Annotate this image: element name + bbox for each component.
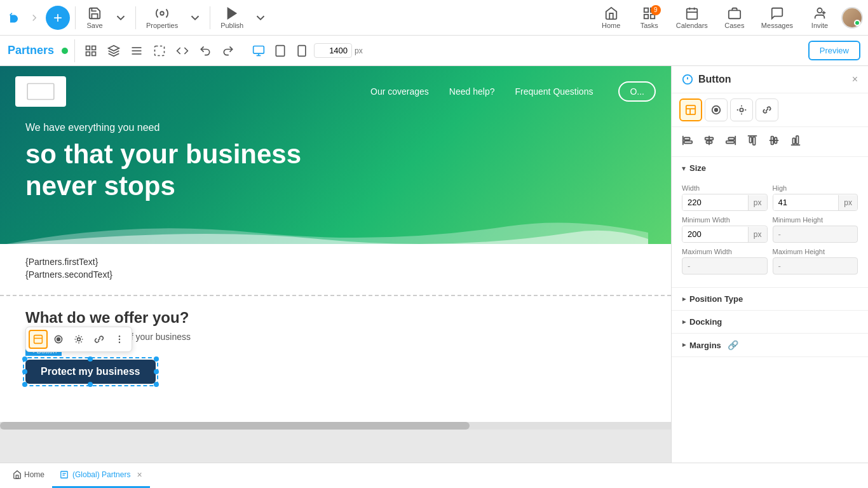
handle-br[interactable]	[154, 382, 159, 387]
svg-rect-30	[27, 84, 54, 100]
height-field[interactable]: 41	[773, 194, 839, 210]
alignment-row	[672, 127, 868, 157]
canvas-inner: Our coverages Need help? Frequent Questi…	[0, 66, 671, 422]
max-size-row: Maximum Width Maximum Height	[682, 248, 858, 274]
ctx-more-btn[interactable]	[110, 330, 129, 349]
min-size-row: Minimum Width 200 px Minimum Height	[682, 216, 858, 243]
messages-nav-btn[interactable]: Messages	[756, 4, 798, 32]
desktop-view-btn[interactable]	[249, 41, 268, 60]
invite-nav-btn[interactable]: Invite	[803, 4, 836, 32]
handle-lm[interactable]	[22, 369, 27, 374]
max-height-field[interactable]	[773, 257, 858, 274]
size-section-content: Width 220 px High 41 px	[672, 179, 868, 287]
svg-rect-57	[728, 138, 734, 140]
hero-section: Our coverages Need help? Frequent Questi…	[0, 66, 671, 244]
preview-button[interactable]: Preview	[808, 41, 860, 60]
svg-rect-22	[155, 46, 165, 55]
redo-btn[interactable]	[219, 41, 238, 60]
nav-link-coverages[interactable]: Our coverages	[370, 86, 429, 97]
context-toolbar	[25, 327, 132, 352]
tablet-view-btn[interactable]	[271, 41, 290, 60]
select-btn[interactable]	[150, 41, 169, 60]
save-dropdown[interactable]	[111, 8, 130, 27]
code-btn[interactable]	[173, 41, 192, 60]
cases-nav-btn[interactable]: Cases	[718, 4, 751, 32]
avatar[interactable]	[841, 7, 863, 29]
calendars-nav-btn[interactable]: Calendars	[671, 4, 713, 32]
align-left-btn[interactable]	[679, 132, 696, 151]
hero-nav-btn[interactable]: O...	[618, 81, 656, 102]
docking-header[interactable]: ▾ Docking	[672, 311, 868, 333]
panel-title: Button	[698, 74, 731, 85]
align-center-h-btn[interactable]	[701, 132, 717, 151]
align-right-btn[interactable]	[722, 132, 739, 151]
align-bottom-btn[interactable]	[787, 132, 804, 151]
panel-close-btn[interactable]: ×	[852, 74, 858, 85]
undo-btn[interactable]	[196, 41, 215, 60]
handle-tl[interactable]	[22, 356, 27, 362]
size-section-header[interactable]: ▾ Size	[672, 157, 868, 179]
publish-dropdown[interactable]	[251, 8, 270, 27]
align-top-btn[interactable]	[744, 132, 761, 151]
canvas-area[interactable]: Our coverages Need help? Frequent Questi…	[0, 66, 671, 463]
right-panel: Button ×	[671, 66, 868, 463]
ctx-link-btn[interactable]	[90, 330, 109, 349]
ctx-settings-btn[interactable]	[69, 330, 88, 349]
horizontal-scrollbar[interactable]	[0, 422, 671, 430]
min-width-field[interactable]: 200	[682, 226, 748, 242]
hero-title: so that your businessnever stops	[25, 139, 646, 203]
min-height-label: Minimum Height	[773, 216, 858, 224]
svg-point-39	[119, 342, 120, 343]
bottom-bar: Home (Global) Partners ×	[0, 463, 868, 488]
ctx-layout-btn[interactable]	[29, 330, 48, 349]
height-col: High 41 px	[773, 184, 858, 211]
back-btn[interactable]	[5, 9, 23, 27]
partners-tab-close[interactable]: ×	[137, 470, 142, 480]
save-button[interactable]: Save	[81, 4, 109, 32]
scroll-thumb[interactable]	[0, 422, 470, 430]
min-height-field[interactable]	[773, 226, 858, 243]
nav-link-faq[interactable]: Frequent Questions	[515, 86, 593, 97]
properties-dropdown[interactable]	[186, 8, 205, 27]
svg-point-11	[817, 8, 822, 12]
template-text-2: {Partners.secondText}	[25, 269, 646, 280]
height-input-wrap: 41 px	[773, 194, 858, 211]
width-input-wrap: 220 px	[682, 194, 768, 211]
handle-bl[interactable]	[22, 382, 27, 387]
tab-link[interactable]	[756, 98, 778, 121]
min-width-col: Minimum Width 200 px	[682, 216, 768, 243]
width-input[interactable]: 1400	[314, 43, 352, 58]
max-width-field[interactable]	[682, 257, 768, 274]
forward-btn[interactable]	[25, 9, 43, 27]
mobile-view-btn[interactable]	[292, 41, 311, 60]
tasks-nav-btn[interactable]: 9 Tasks	[633, 4, 666, 32]
align-middle-v-btn[interactable]	[766, 132, 782, 151]
grid-view-btn[interactable]	[81, 41, 100, 60]
tab-layout[interactable]	[679, 98, 702, 121]
width-field[interactable]: 220	[682, 194, 748, 210]
handle-tr[interactable]	[154, 356, 159, 362]
handle-bm[interactable]	[88, 382, 93, 387]
position-type-header[interactable]: ▾ Position Type	[672, 288, 868, 310]
handle-rm[interactable]	[154, 369, 159, 374]
home-tab[interactable]: Home	[5, 463, 52, 488]
docking-section: ▾ Docking	[672, 311, 868, 334]
protect-business-button[interactable]: Protect my business	[25, 360, 156, 384]
margins-header[interactable]: ▾ Margins 🔗	[672, 334, 868, 356]
page-title: Partners	[8, 44, 54, 57]
add-button[interactable]: +	[46, 6, 70, 30]
nav-link-help[interactable]: Need help?	[449, 86, 495, 97]
ctx-style-btn[interactable]	[49, 330, 68, 349]
properties-button[interactable]: Properties	[141, 4, 183, 32]
width-unit: px	[748, 195, 767, 210]
size-section: ▾ Size Width 220 px High 41	[672, 157, 868, 288]
navigation-btn[interactable]	[127, 41, 146, 60]
handle-tm[interactable]	[88, 356, 93, 362]
layers-btn[interactable]	[104, 41, 123, 60]
tab-style[interactable]	[705, 98, 728, 121]
tab-settings[interactable]	[730, 98, 753, 121]
partners-tab[interactable]: (Global) Partners ×	[52, 463, 150, 488]
publish-button[interactable]: Publish	[215, 4, 248, 32]
home-nav-btn[interactable]: Home	[595, 4, 628, 32]
online-indicator	[854, 20, 860, 26]
